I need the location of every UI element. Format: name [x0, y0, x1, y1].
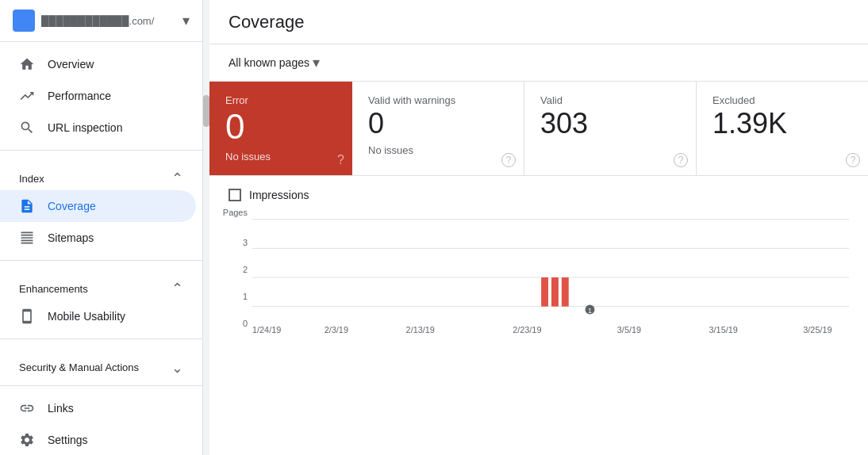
sidebar-item-settings[interactable]: Settings: [0, 424, 196, 455]
y-axis: Pages 3 2 1 0: [229, 211, 252, 344]
x-label-3: 2/23/19: [513, 325, 541, 335]
index-section-header[interactable]: Index ⌃: [0, 157, 202, 190]
divider-2: [0, 260, 202, 261]
valid-help-icon[interactable]: ?: [674, 153, 688, 167]
settings-label: Settings: [48, 434, 88, 446]
overview-label: Overview: [48, 58, 94, 71]
enhancements-section-label: Enhancements: [19, 283, 88, 295]
filter-label: All known pages: [229, 56, 309, 69]
divider-4: [0, 385, 202, 386]
stats-row: Error 0 No issues ? Valid with warnings …: [209, 82, 868, 176]
y-tick-3: 3: [243, 238, 248, 247]
chart-svg-container: 1 1/24/19 2/3/19 2/13/19 2/23/19 3/5/19 …: [252, 211, 849, 344]
sidebar-item-mobile-usability[interactable]: Mobile Usability: [0, 300, 196, 332]
main-content: Coverage All known pages ▾ Error 0 No is…: [209, 0, 868, 455]
stat-card-excluded: Excluded 1.39K ?: [697, 82, 868, 175]
sitemaps-icon: [19, 230, 35, 246]
site-favicon: [13, 10, 35, 32]
x-label-1: 2/3/19: [325, 325, 348, 335]
link-icon: [19, 400, 35, 416]
error-value: 0: [225, 109, 336, 144]
smartphone-icon: [19, 308, 35, 324]
divider-1: [0, 150, 202, 151]
sidebar-item-url-inspection[interactable]: URL inspection: [0, 112, 196, 143]
coverage-label: Coverage: [48, 200, 96, 212]
chart-title: Impressions: [249, 189, 309, 201]
y-tick-2: 2: [243, 265, 248, 274]
x-label-6: 3/25/19: [803, 325, 832, 335]
excluded-value: 1.39K: [712, 109, 852, 138]
security-section-header[interactable]: Security & Manual Actions ⌃: [0, 346, 202, 379]
chart-area: Impressions Pages 3 2 1 0: [209, 176, 868, 344]
bar-3: [562, 277, 569, 307]
error-help-icon[interactable]: ?: [337, 153, 344, 167]
security-chevron-icon: ⌃: [171, 358, 183, 376]
impressions-checkbox[interactable]: [229, 189, 241, 201]
search-icon: [19, 120, 35, 136]
filter-bar: All known pages ▾: [209, 44, 868, 82]
bar-2: [551, 277, 559, 307]
valid-value: 303: [540, 109, 680, 138]
error-label: Error: [225, 94, 336, 106]
sidebar-item-performance[interactable]: Performance: [0, 80, 196, 112]
settings-icon: [19, 432, 35, 448]
sidebar-item-overview[interactable]: Overview: [0, 48, 196, 80]
chart-svg: 1 1/24/19 2/3/19 2/13/19 2/23/19 3/5/19 …: [252, 211, 849, 342]
y-axis-title: Pages: [223, 208, 248, 217]
sidebar: ████████████.com/ ▾ Overview Performance…: [0, 0, 203, 455]
site-dropdown-icon[interactable]: ▾: [182, 12, 190, 29]
y-tick-0: 0: [243, 319, 248, 328]
stat-card-error: Error 0 No issues ?: [209, 82, 352, 175]
links-label: Links: [48, 402, 74, 415]
main-header: Coverage: [209, 0, 868, 44]
stat-card-warnings: Valid with warnings 0 No issues ?: [352, 82, 524, 175]
performance-label: Performance: [48, 90, 111, 102]
url-inspection-label: URL inspection: [48, 121, 122, 134]
mobile-usability-label: Mobile Usability: [48, 310, 125, 323]
warnings-sub: No issues: [368, 144, 508, 156]
warnings-help-icon[interactable]: ?: [501, 153, 516, 167]
stat-card-valid: Valid 303 ?: [524, 82, 697, 175]
enhancements-chevron-icon: ⌃: [171, 280, 183, 297]
divider-3: [0, 338, 202, 339]
error-sub: No issues: [225, 151, 336, 162]
security-section-label: Security & Manual Actions: [19, 361, 139, 373]
filter-dropdown-icon: ▾: [313, 54, 320, 71]
enhancements-section-header[interactable]: Enhancements ⌃: [0, 267, 202, 300]
sidebar-nav: Overview Performance URL inspection Inde…: [0, 42, 202, 455]
index-section-label: Index: [19, 173, 44, 185]
x-label-5: 3/15/19: [709, 325, 738, 335]
sidebar-scrollbar[interactable]: [203, 0, 209, 455]
excluded-help-icon[interactable]: ?: [846, 153, 860, 167]
x-label-0: 1/24/19: [252, 325, 281, 335]
sitemaps-label: Sitemaps: [48, 231, 94, 244]
home-icon: [19, 56, 35, 72]
page-title: Coverage: [229, 12, 304, 32]
scrollbar-thumb: [203, 95, 209, 127]
bar-1: [541, 277, 548, 307]
sidebar-header: ████████████.com/ ▾: [0, 0, 202, 42]
tooltip-text: 1: [588, 307, 592, 315]
index-chevron-icon: ⌃: [171, 170, 183, 187]
trending-up-icon: [19, 88, 35, 104]
chart-title-row: Impressions: [229, 189, 849, 201]
sidebar-item-sitemaps[interactable]: Sitemaps: [0, 222, 196, 254]
x-label-2: 2/13/19: [406, 325, 435, 335]
warnings-label: Valid with warnings: [368, 94, 508, 106]
coverage-icon: [19, 198, 35, 214]
filter-dropdown[interactable]: All known pages ▾: [229, 54, 320, 71]
sidebar-item-links[interactable]: Links: [0, 392, 196, 424]
x-label-4: 3/5/19: [617, 325, 641, 335]
warnings-value: 0: [368, 109, 508, 138]
sidebar-item-coverage[interactable]: Coverage: [0, 190, 196, 222]
valid-label: Valid: [540, 94, 680, 106]
site-url: ████████████.com/: [41, 15, 182, 27]
chart-wrapper: Pages 3 2 1 0: [229, 211, 849, 344]
excluded-label: Excluded: [712, 94, 852, 106]
y-tick-1: 1: [243, 292, 248, 301]
